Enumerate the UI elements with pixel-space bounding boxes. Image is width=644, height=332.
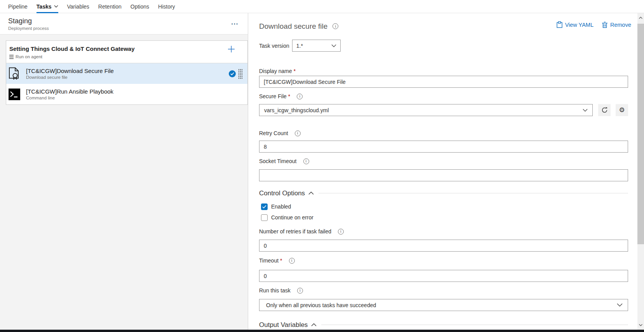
nav-tab-pipeline[interactable]: Pipeline	[8, 0, 28, 13]
nav-tab-variables[interactable]: Variables	[67, 0, 89, 13]
nav-tab-options[interactable]: Options	[131, 0, 149, 13]
chevron-down-icon	[583, 109, 588, 112]
continue-on-error-checkbox-row: Continue on error	[261, 214, 628, 221]
selected-check-icon	[229, 70, 236, 77]
retry-count-input[interactable]	[259, 141, 628, 153]
nav-tab-tasks[interactable]: Tasks	[37, 0, 58, 13]
continue-on-error-checkbox[interactable]	[261, 214, 268, 221]
trash-icon	[602, 22, 607, 28]
info-icon[interactable]: i	[338, 229, 344, 235]
task-group-header[interactable]: Setting Things Cloud & IoT Connect Gatew…	[6, 41, 247, 63]
vertical-scrollbar[interactable]	[637, 13, 644, 330]
info-icon[interactable]: i	[303, 158, 309, 164]
chevron-down-icon	[331, 44, 336, 47]
chevron-down-icon	[54, 5, 58, 8]
gear-icon: ⚙	[619, 107, 625, 113]
timeout-input[interactable]	[259, 270, 628, 282]
stage-subtitle: Deployment process	[8, 26, 240, 31]
secure-file-label: Secure File* i	[259, 93, 628, 99]
drag-handle[interactable]	[238, 69, 242, 79]
run-this-task-select[interactable]: Only when all previous tasks have succee…	[259, 299, 628, 311]
retries-if-failed-input[interactable]	[259, 240, 628, 252]
info-icon[interactable]: i	[289, 258, 295, 264]
scrollbar-thumb[interactable]	[637, 24, 644, 244]
stage-title: Staging	[8, 16, 240, 26]
task-version-select[interactable]: 1.*	[292, 40, 341, 52]
task-group-subtitle: Run on agent	[16, 54, 42, 59]
enabled-label: Enabled	[271, 203, 291, 210]
task-row-run-ansible-playbook[interactable]: [TC&ICGW]Run Ansible Playbook Command li…	[6, 84, 247, 104]
check-icon	[262, 205, 266, 209]
task-row-download-secure-file[interactable]: [TC&ICGW]Download Secure File Download s…	[6, 63, 247, 84]
nav-tab-retention[interactable]: Retention	[98, 0, 122, 13]
command-line-icon	[9, 87, 22, 101]
timeout-label: Timeout* i	[259, 257, 628, 264]
socket-timeout-input[interactable]	[259, 169, 628, 181]
view-yaml-icon	[557, 21, 562, 28]
task-title: [TC&ICGW]Run Ansible Playbook	[26, 88, 113, 95]
enabled-checkbox-row: Enabled	[261, 203, 628, 210]
task-group-card: Setting Things Cloud & IoT Connect Gatew…	[6, 40, 248, 105]
agent-icon	[9, 55, 14, 59]
display-name-input[interactable]	[259, 76, 628, 88]
info-icon[interactable]: i	[297, 94, 303, 99]
stage-header: Staging Deployment process ...	[0, 13, 248, 35]
top-nav: Pipeline Tasks Variables Retention Optio…	[0, 0, 644, 13]
task-subtitle: Command line	[26, 96, 113, 100]
output-variables-header[interactable]: Output Variables	[259, 321, 317, 329]
info-icon[interactable]: i	[332, 23, 338, 29]
task-detail-panel: View YAML Remove Download secure file i …	[248, 13, 644, 330]
refresh-button[interactable]	[598, 104, 611, 116]
stages-panel: Staging Deployment process ... Setting T…	[0, 13, 248, 330]
info-icon[interactable]: i	[295, 130, 301, 136]
bottom-border-strip	[0, 330, 644, 332]
enabled-checkbox[interactable]	[261, 203, 268, 210]
task-version-label: Task version	[259, 43, 289, 49]
refresh-icon	[601, 107, 608, 113]
remove-button[interactable]: Remove	[602, 22, 631, 28]
secure-file-combobox[interactable]: vars_icgw_thingscloud.yml	[259, 104, 593, 116]
retries-if-failed-label: Number of retries if task failed i	[259, 228, 628, 235]
chevron-up-icon	[308, 191, 314, 195]
output-variables-section: Output Variables	[259, 321, 628, 329]
task-title: [TC&ICGW]Download Secure File	[26, 68, 114, 74]
info-icon[interactable]: i	[297, 288, 303, 294]
plus-icon	[228, 45, 235, 53]
task-subtitle: Download secure file	[26, 75, 114, 80]
retry-count-label: Retry Count i	[259, 130, 628, 136]
task-group-title: Setting Things Cloud & IoT Connect Gatew…	[9, 45, 247, 53]
continue-on-error-label: Continue on error	[271, 214, 313, 221]
add-task-button[interactable]	[228, 45, 235, 54]
display-name-label: Display name*	[259, 68, 628, 74]
more-options-button[interactable]: ...	[231, 19, 238, 26]
run-this-task-label: Run this task i	[259, 287, 628, 294]
socket-timeout-label: Socket Timeout i	[259, 158, 628, 164]
control-options-header[interactable]: Control Options	[259, 189, 314, 197]
chevron-up-icon	[311, 323, 317, 327]
task-detail-title: Download secure file	[259, 22, 327, 31]
scroll-up-arrow-icon[interactable]	[637, 15, 644, 21]
scroll-down-arrow-icon[interactable]	[637, 322, 644, 328]
release-pipeline-tasks-page: Pipeline Tasks Variables Retention Optio…	[0, 0, 644, 332]
settings-button[interactable]: ⚙	[616, 104, 628, 116]
control-options-section: Control Options	[259, 189, 628, 197]
chevron-down-icon	[617, 303, 623, 307]
nav-tab-history[interactable]: History	[158, 0, 175, 13]
view-yaml-button[interactable]: View YAML	[557, 21, 594, 28]
secure-file-icon	[9, 67, 22, 81]
